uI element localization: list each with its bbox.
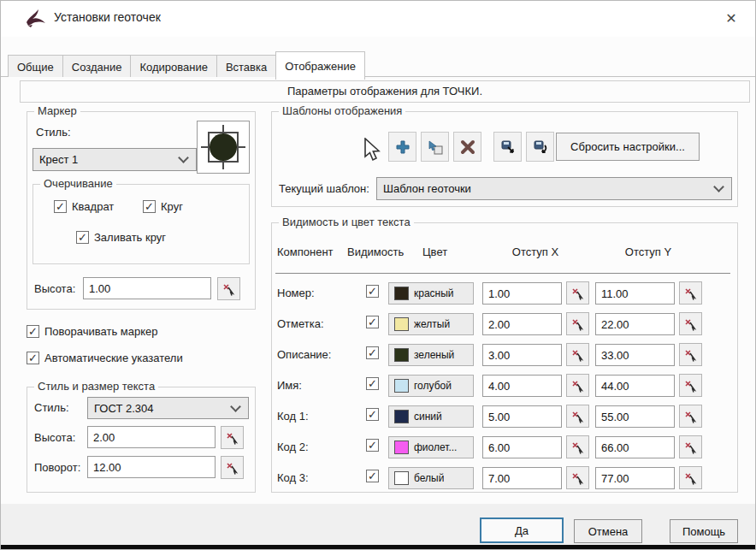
text-rotation-input[interactable] bbox=[87, 456, 216, 478]
row-offset-y-pick-button[interactable] bbox=[679, 435, 702, 458]
row-color-button[interactable]: зеленый bbox=[388, 344, 474, 366]
row-color-button[interactable]: белый bbox=[388, 467, 474, 489]
row-offset-y-input[interactable] bbox=[595, 405, 675, 428]
row-color-button[interactable]: желтый bbox=[388, 313, 474, 335]
current-template-value: Шаблон геоточки bbox=[377, 182, 715, 195]
row-offset-x-input[interactable] bbox=[482, 436, 562, 458]
row-offset-x-pick-button[interactable] bbox=[566, 405, 589, 428]
pick-on-screen-icon bbox=[571, 348, 585, 362]
color-swatch bbox=[394, 410, 409, 423]
checkmark-icon: ✓ bbox=[76, 231, 89, 244]
row-offset-x-input[interactable] bbox=[482, 282, 562, 305]
row-offset-y-input[interactable] bbox=[595, 344, 675, 366]
row-offset-x-input[interactable] bbox=[482, 375, 562, 397]
fill-circle-checkbox[interactable]: ✓ Заливать круг bbox=[76, 231, 166, 244]
row-offset-x-input[interactable] bbox=[482, 313, 562, 335]
row-color-button[interactable]: синий bbox=[388, 405, 474, 428]
pick-on-screen-icon bbox=[226, 461, 239, 475]
row-offset-x-pick-button[interactable] bbox=[566, 343, 589, 366]
row-offset-y-input[interactable] bbox=[595, 467, 675, 489]
row-color-button[interactable]: голубой bbox=[388, 375, 474, 397]
marker-height-input[interactable] bbox=[83, 277, 211, 299]
square-checkbox-label: Квадрат bbox=[72, 200, 114, 213]
save-template-button[interactable] bbox=[493, 132, 522, 162]
row-visibility-checkbox[interactable]: ✓ bbox=[366, 439, 379, 452]
row-offset-y-input[interactable] bbox=[595, 436, 675, 458]
row-visibility-checkbox[interactable]: ✓ bbox=[366, 377, 379, 390]
tab-creation[interactable]: Создание bbox=[62, 55, 132, 78]
tab-insert[interactable]: Вставка bbox=[216, 55, 276, 78]
marker-height-label: Высота: bbox=[34, 282, 75, 295]
row-offset-y-pick-button[interactable] bbox=[679, 466, 702, 489]
row-offset-x-pick-button[interactable] bbox=[566, 312, 589, 335]
row-offset-y-pick-button[interactable] bbox=[679, 374, 702, 397]
text-height-pick-button[interactable] bbox=[221, 426, 244, 449]
outline-group-label: Очерчивание bbox=[40, 177, 116, 190]
row-offset-x-pick-button[interactable] bbox=[566, 435, 589, 458]
row-offset-x-pick-button[interactable] bbox=[566, 466, 589, 489]
pick-on-screen-icon bbox=[571, 379, 585, 393]
row-offset-y-pick-button[interactable] bbox=[679, 343, 702, 366]
table-row: Описание: ✓ зеленый bbox=[272, 340, 737, 370]
delete-template-button[interactable] bbox=[453, 132, 481, 162]
cancel-button[interactable]: Отмена bbox=[574, 519, 642, 543]
auto-pointers-checkbox-label: Автоматические указатели bbox=[44, 352, 183, 364]
row-offset-x-input[interactable] bbox=[482, 344, 562, 366]
row-offset-x-pick-button[interactable] bbox=[566, 281, 589, 305]
row-color-button[interactable]: фиолет... bbox=[388, 436, 474, 458]
fill-circle-checkbox-label: Заливать круг bbox=[94, 231, 166, 244]
close-icon[interactable]: ✕ bbox=[719, 8, 743, 30]
color-name: голубой bbox=[414, 380, 452, 392]
add-template-button[interactable] bbox=[388, 132, 416, 162]
square-checkbox[interactable]: ✓ Квадрат bbox=[54, 200, 114, 213]
copy-template-button[interactable] bbox=[421, 132, 449, 162]
row-offset-y-pick-button[interactable] bbox=[679, 281, 702, 305]
row-offset-y-input[interactable] bbox=[595, 282, 675, 305]
display-templates-group-label: Шаблоны отображения bbox=[279, 104, 405, 117]
help-button[interactable]: Помощь bbox=[670, 519, 738, 543]
row-offset-y-pick-button[interactable] bbox=[679, 405, 702, 428]
row-visibility-checkbox[interactable]: ✓ bbox=[366, 316, 379, 328]
pick-on-screen-icon bbox=[684, 348, 698, 362]
text-style-select[interactable]: ГОСТ 2.304 bbox=[87, 397, 249, 419]
marker-group: Маркер Стиль: Крест 1 Очерчивание ✓ Квад… bbox=[27, 111, 256, 310]
circle-checkbox[interactable]: ✓ Круг bbox=[143, 200, 183, 213]
row-visibility-checkbox[interactable]: ✓ bbox=[366, 346, 379, 359]
text-rotation-pick-button[interactable] bbox=[221, 456, 244, 479]
tab-coding[interactable]: Кодирование bbox=[130, 55, 217, 78]
row-visibility-checkbox[interactable]: ✓ bbox=[366, 408, 379, 421]
row-offset-x-pick-button[interactable] bbox=[566, 374, 589, 397]
tab-general[interactable]: Общие bbox=[8, 55, 63, 78]
load-template-button[interactable] bbox=[526, 132, 554, 162]
tab-display[interactable]: Отображение bbox=[275, 51, 365, 80]
current-template-select[interactable]: Шаблон геоточки bbox=[376, 177, 732, 200]
text-style-value: ГОСТ 2.304 bbox=[88, 402, 232, 415]
row-visibility-checkbox[interactable]: ✓ bbox=[366, 285, 379, 298]
row-visibility-checkbox[interactable]: ✓ bbox=[366, 470, 379, 482]
circle-checkbox-label: Круг bbox=[161, 200, 183, 213]
page-header: Параметры отображения для ТОЧКИ. bbox=[20, 80, 750, 103]
chevron-down-icon bbox=[713, 181, 724, 192]
color-swatch bbox=[394, 441, 409, 454]
pick-on-screen-icon bbox=[571, 287, 585, 300]
bottom-black-strip bbox=[1, 545, 756, 550]
row-label: Код 1: bbox=[277, 410, 309, 423]
text-height-input[interactable] bbox=[87, 426, 216, 448]
row-color-button[interactable]: красный bbox=[388, 282, 474, 305]
rotate-marker-checkbox[interactable]: ✓ Поворачивать маркер bbox=[27, 325, 158, 338]
table-row: Номер: ✓ красный bbox=[272, 278, 737, 309]
row-offset-y-pick-button[interactable] bbox=[679, 312, 702, 335]
row-offset-y-input[interactable] bbox=[595, 375, 675, 397]
reset-settings-button[interactable]: Сбросить настройки... bbox=[556, 133, 700, 161]
marker-height-pick-button[interactable] bbox=[217, 277, 240, 300]
chevron-down-icon bbox=[178, 152, 189, 163]
row-offset-y-input[interactable] bbox=[595, 313, 675, 335]
row-offset-x-input[interactable] bbox=[482, 405, 562, 428]
ok-button[interactable]: Да bbox=[480, 517, 564, 543]
marker-style-select[interactable]: Крест 1 bbox=[32, 148, 197, 171]
marker-preview-button[interactable] bbox=[197, 121, 250, 174]
table-row: Код 1: ✓ синий bbox=[272, 401, 737, 432]
display-templates-group: Шаблоны отображения bbox=[271, 111, 738, 207]
auto-pointers-checkbox[interactable]: ✓ Автоматические указатели bbox=[27, 352, 183, 364]
row-offset-x-input[interactable] bbox=[482, 467, 562, 489]
